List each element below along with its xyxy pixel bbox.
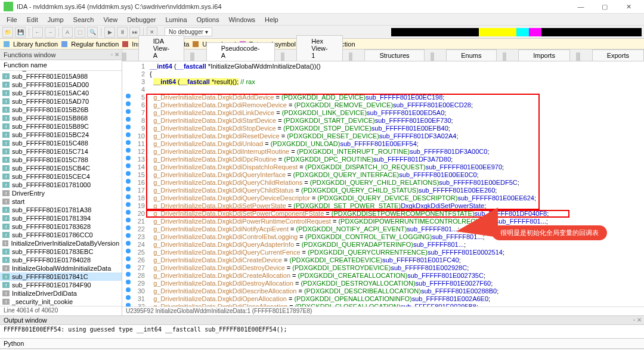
- toolbar-search-icon[interactable]: 🔍: [87, 27, 98, 38]
- toolbar-text-icon[interactable]: A: [62, 27, 73, 38]
- breakpoint-icon[interactable]: [126, 163, 131, 168]
- breakpoint-icon[interactable]: [126, 264, 131, 269]
- function-list-item[interactable]: fsub_FFFFF801E015C488: [0, 139, 122, 147]
- menu-options[interactable]: Options: [193, 15, 224, 24]
- navigation-band[interactable]: [391, 28, 642, 36]
- code-line[interactable]: 13 g_DriverInitializeData.DxgkDdiDpcRout…: [125, 156, 642, 163]
- function-list-item[interactable]: fsub_FFFFF801E015AC40: [0, 89, 122, 97]
- code-line[interactable]: 1__int64 (__fastcall *InitializeGlobalWd…: [125, 63, 642, 70]
- tab-ida-view-a[interactable]: IDA View-A: [138, 35, 184, 61]
- functions-column-header[interactable]: Function name: [0, 60, 122, 71]
- function-list-item[interactable]: f_security_init_cookie: [0, 298, 122, 306]
- code-line[interactable]: 30 g_DriverInitializeData.DxgkDdiDescrib…: [125, 287, 642, 295]
- maximize-button[interactable]: ▢: [593, 0, 617, 13]
- code-line[interactable]: 26 g_DriverInitializeData.DxgkDdiCreateD…: [125, 256, 642, 264]
- tab-exports[interactable]: Exports: [592, 49, 644, 61]
- function-list-item[interactable]: fsub_FFFFF801E01786CC0: [0, 231, 122, 239]
- breakpoint-icon[interactable]: [126, 171, 131, 176]
- breakpoint-icon[interactable]: [126, 101, 131, 106]
- breakpoint-icon[interactable]: [126, 287, 131, 292]
- menu-help[interactable]: Help: [261, 15, 283, 24]
- breakpoint-icon[interactable]: [126, 148, 131, 153]
- pseudocode-view[interactable]: 1__int64 (__fastcall *InitializeGlobalWd…: [122, 61, 644, 306]
- function-list-item[interactable]: fsub_FFFFF801E01784F90: [0, 281, 122, 289]
- functions-close-icon[interactable]: ▫ ✕: [111, 51, 119, 58]
- breakpoint-icon[interactable]: [126, 109, 131, 114]
- code-line[interactable]: 18 g_DriverInitializeData.DxgkDdiQueryDe…: [125, 194, 642, 202]
- breakpoint-icon[interactable]: [126, 225, 131, 230]
- code-line[interactable]: 8 g_DriverInitializeData.DxgkDdiStartDev…: [125, 117, 642, 125]
- code-line[interactable]: 3 __int64 (__fastcall *result)(); // rax: [125, 78, 642, 86]
- breakpoint-icon[interactable]: [126, 202, 131, 207]
- close-button[interactable]: ✕: [617, 0, 640, 13]
- code-line[interactable]: 28 g_DriverInitializeData.DxgkDdiCreateA…: [125, 272, 642, 280]
- toolbar-hex-icon[interactable]: ⬚: [75, 27, 85, 38]
- toolbar-stop-icon[interactable]: ⏸: [117, 27, 128, 38]
- function-list-item[interactable]: fsub_FFFFF801E015C714: [0, 147, 122, 156]
- code-line[interactable]: 15 g_DriverInitializeData.DxgkDdiQueryIn…: [125, 171, 642, 179]
- code-line[interactable]: 16 g_DriverInitializeData.DxgkDdiQueryCh…: [125, 179, 642, 187]
- menu-search[interactable]: Search: [69, 15, 98, 24]
- code-line[interactable]: 11 g_DriverInitializeData.DxgkDdiUnload …: [125, 140, 642, 148]
- code-line[interactable]: 19 g_DriverInitializeData.DxgkDdiSetPowe…: [125, 202, 642, 210]
- function-list-item[interactable]: fsub_FFFFF801E015A988: [0, 72, 122, 80]
- toolbar-back-icon[interactable]: ←: [32, 27, 43, 38]
- output-close-icon[interactable]: ▫ ✕: [633, 317, 642, 323]
- code-line[interactable]: 5 g_DriverInitializeData.DxgkDdiAddDevic…: [125, 94, 642, 101]
- breakpoint-icon[interactable]: [126, 117, 131, 122]
- menu-view[interactable]: View: [99, 15, 122, 24]
- function-list-item[interactable]: fInitializeGlobalWddmInitializeData: [0, 264, 122, 272]
- function-list-item[interactable]: fsub_FFFFF801E015CB4C: [0, 164, 122, 172]
- menu-lumina[interactable]: Lumina: [161, 15, 191, 24]
- function-list-item[interactable]: fsub_FFFFF801E01783EBC: [0, 247, 122, 256]
- breakpoint-icon[interactable]: [126, 218, 131, 222]
- function-list-item[interactable]: fsub_FFFFF801E015B89C: [0, 122, 122, 131]
- breakpoint-icon[interactable]: [126, 187, 131, 191]
- function-list-item[interactable]: fstart: [0, 197, 122, 206]
- breakpoint-icon[interactable]: [126, 94, 131, 98]
- menu-edit[interactable]: Edit: [23, 15, 42, 24]
- function-list-item[interactable]: fsub_FFFFF801E015AD70: [0, 97, 122, 106]
- breakpoint-icon[interactable]: [126, 156, 131, 160]
- tab-hex-view-1[interactable]: Hex View-1: [296, 35, 342, 61]
- menu-file[interactable]: File: [2, 15, 21, 24]
- toolbar-save-icon[interactable]: 💾: [15, 27, 26, 38]
- breakpoint-icon[interactable]: [126, 210, 131, 215]
- code-line[interactable]: 10 g_DriverInitializeData.DxgkDdiResetDe…: [125, 132, 642, 140]
- code-line[interactable]: 7 g_DriverInitializeData.DxgkDdiLinkDevi…: [125, 109, 642, 117]
- function-list-item[interactable]: fsub_FFFFF801E01784028: [0, 256, 122, 264]
- function-list-item[interactable]: fsub_FFFFF801E015C788: [0, 156, 122, 164]
- menu-debugger[interactable]: Debugger: [123, 15, 160, 24]
- minimize-button[interactable]: —: [569, 0, 593, 13]
- breakpoint-icon[interactable]: [126, 233, 131, 238]
- function-list-item[interactable]: fsub_FFFFF801E01783628: [0, 222, 122, 231]
- function-list-item[interactable]: fInitializeDriverDdiData: [0, 289, 122, 298]
- breakpoint-icon[interactable]: [126, 303, 131, 306]
- function-list-item[interactable]: fsub_FFFFF801E015B868: [0, 114, 122, 122]
- breakpoint-icon[interactable]: [126, 280, 131, 284]
- code-line[interactable]: 27 g_DriverInitializeData.DxgkDdiDestroy…: [125, 264, 642, 272]
- code-line[interactable]: 29 g_DriverInitializeData.DxgkDdiDestroy…: [125, 280, 642, 287]
- function-list-item[interactable]: fsub_FFFFF801E01781394: [0, 214, 122, 222]
- breakpoint-icon[interactable]: [126, 272, 131, 277]
- breakpoint-icon[interactable]: [126, 132, 131, 137]
- code-line[interactable]: 9 g_DriverInitializeData.DxgkDdiStopDevi…: [125, 125, 642, 132]
- menu-jump[interactable]: Jump: [44, 15, 68, 24]
- code-line[interactable]: 17 g_DriverInitializeData.DxgkDdiQueryCh…: [125, 187, 642, 194]
- function-list-item[interactable]: fsub_FFFFF801E015B26B: [0, 106, 122, 114]
- function-list-item[interactable]: fInitializeDriverInitializeDataByVersion: [0, 239, 122, 247]
- code-line[interactable]: 32 g_DriverInitializeData.DxgkDdiCloseAl…: [125, 303, 642, 306]
- menu-windows[interactable]: Windows: [224, 15, 259, 24]
- breakpoint-icon[interactable]: [126, 140, 131, 145]
- code-line[interactable]: 14 g_DriverInitializeData.DxgkDdiDispatc…: [125, 163, 642, 171]
- code-line[interactable]: 21 g_DriverInitializeData.DxgkDdiPowerRu…: [125, 218, 642, 225]
- toolbar-open-icon[interactable]: 📁: [2, 27, 13, 38]
- toolbar-fwd-icon[interactable]: →: [45, 27, 55, 38]
- code-line[interactable]: 31 g_DriverInitializeData.DxgkDdiOpenAll…: [125, 295, 642, 303]
- code-line[interactable]: 12 g_DriverInitializeData.DxgkDdiInterru…: [125, 148, 642, 156]
- code-line[interactable]: 25 g_DriverInitializeData.DxgkDdiQueryCu…: [125, 249, 642, 256]
- breakpoint-icon[interactable]: [126, 249, 131, 253]
- code-line[interactable]: 20 g_DriverInitializeData.DxgkDdiSetPowe…: [125, 210, 642, 218]
- function-list-item[interactable]: fsub_FFFFF801E01781000: [0, 181, 122, 189]
- function-list-item[interactable]: fsub_FFFFF801E01781A38: [0, 206, 122, 214]
